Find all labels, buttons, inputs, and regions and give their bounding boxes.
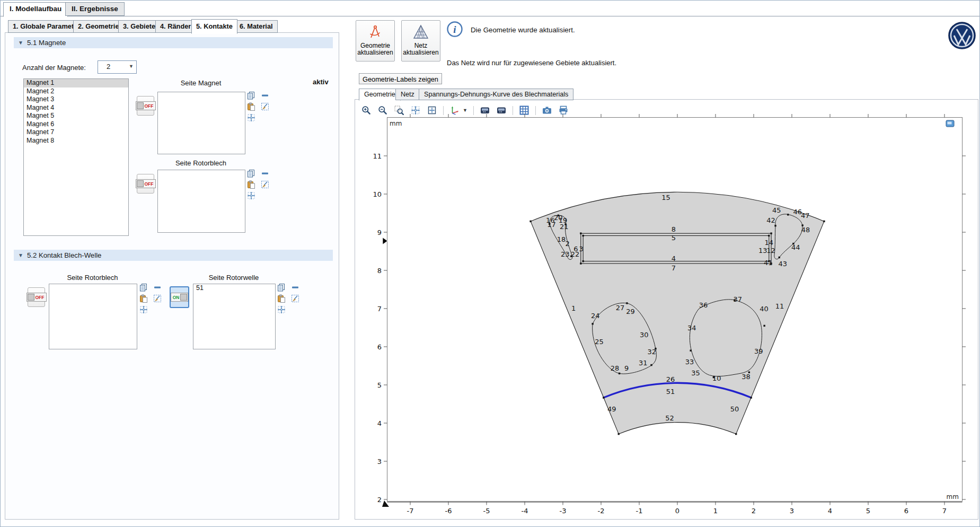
- kontakt-rotorblech-label: Seite Rotorblech: [49, 274, 136, 282]
- svg-text:35: 35: [691, 369, 700, 377]
- clear-selection-icon[interactable]: [261, 102, 269, 111]
- copy-icon[interactable]: [277, 283, 286, 292]
- svg-text:i: i: [453, 24, 456, 35]
- mesh-icon: [413, 24, 429, 40]
- svg-text:25: 25: [595, 338, 604, 346]
- remove-icon[interactable]: [261, 91, 269, 100]
- kontakt-rotorwelle-selection-box[interactable]: 51: [193, 284, 276, 349]
- show-geometry-labels-button[interactable]: Geometrie-Labels zeigen: [359, 73, 442, 84]
- tab-gebiete[interactable]: 3. Gebiete: [118, 20, 160, 33]
- seite-magnet-selection-box[interactable]: [157, 92, 245, 154]
- plot-view-icon[interactable]: [946, 120, 954, 127]
- svg-text:-1: -1: [636, 507, 643, 515]
- tab-plot-spannungs-dehnungs-kurve[interactable]: Spannungs-Dehnungs-Kurve des Blechmateri…: [419, 89, 573, 100]
- copy-icon[interactable]: [247, 91, 255, 100]
- svg-text:43: 43: [778, 260, 787, 268]
- magnet-list[interactable]: Magnet 1Magnet 2Magnet 3Magnet 4Magnet 5…: [23, 78, 129, 236]
- svg-text:1: 1: [713, 507, 718, 515]
- svg-text:42: 42: [766, 216, 775, 224]
- list-item[interactable]: Magnet 2: [24, 87, 128, 96]
- application-window: I. Modellaufbau II. Ergebnisse 1. Global…: [0, 0, 980, 527]
- toggle-knob: [137, 180, 144, 187]
- remove-icon[interactable]: [291, 283, 299, 292]
- svg-text:6: 6: [377, 343, 382, 351]
- svg-text:-5: -5: [483, 507, 490, 515]
- list-item[interactable]: Magnet 4: [24, 104, 128, 112]
- clear-selection-icon[interactable]: [261, 180, 269, 189]
- svg-text:-7: -7: [407, 507, 414, 515]
- tab-ergebnisse[interactable]: II. Ergebnisse: [65, 2, 125, 16]
- tab-modellaufbau[interactable]: I. Modellaufbau: [3, 2, 68, 17]
- paste-icon[interactable]: [139, 294, 148, 303]
- svg-text:9: 9: [624, 364, 629, 372]
- tab-kontakte[interactable]: 5. Kontakte: [191, 19, 237, 34]
- tab-geometrie[interactable]: 2. Geometrie: [73, 20, 124, 33]
- vw-logo: [948, 22, 976, 49]
- kontakt-rotorwelle-selection-tools: [277, 283, 301, 314]
- toggle-state-label: OFF: [34, 295, 46, 300]
- zoom-to-selection-icon[interactable]: [139, 305, 148, 314]
- tab-raender[interactable]: 4. Ränder: [155, 20, 196, 33]
- svg-text:15: 15: [661, 194, 670, 201]
- svg-text:26: 26: [666, 375, 675, 383]
- svg-text:5: 5: [377, 381, 382, 389]
- tab-plot-netz[interactable]: Netz: [395, 89, 420, 100]
- toggle-state-label: OFF: [144, 103, 155, 109]
- clear-selection-icon[interactable]: [291, 294, 299, 303]
- geometry-plot[interactable]: -7-6-5-4-3-2-101234567234567891011 15111…: [366, 111, 976, 522]
- list-item[interactable]: Magnet 7: [24, 128, 128, 137]
- paste-icon[interactable]: [247, 180, 255, 189]
- svg-text:33: 33: [685, 358, 694, 366]
- geometry-status-message: Die Geometrie wurde aktualisiert.: [471, 26, 575, 34]
- chevron-down-icon: ▼: [129, 61, 134, 72]
- svg-text:7: 7: [672, 264, 676, 272]
- kontakt-rotorwelle-toggle[interactable]: ON: [170, 286, 189, 308]
- tab-divider: [1, 16, 979, 16]
- tab-plot-geometrie[interactable]: Geometrie: [359, 89, 401, 101]
- svg-text:-3: -3: [560, 507, 567, 515]
- section-header-magnete[interactable]: ▼5.1 Magnete: [14, 37, 333, 48]
- kontakt-rotorblech-selection-box[interactable]: [49, 284, 137, 349]
- update-mesh-button[interactable]: Netz aktualisieren: [401, 20, 440, 62]
- collapse-triangle-icon: ▼: [18, 250, 23, 261]
- list-item[interactable]: 51: [193, 284, 275, 293]
- svg-text:-2: -2: [598, 507, 605, 515]
- toggle-knob: [180, 294, 187, 301]
- svg-text:50: 50: [730, 405, 739, 413]
- svg-text:7: 7: [942, 507, 947, 515]
- mouse-cursor: [383, 238, 387, 244]
- kontakt-rotorblech-toggle[interactable]: OFF: [28, 287, 45, 307]
- clear-selection-icon[interactable]: [153, 294, 162, 303]
- toggle-state-label: ON: [172, 295, 181, 300]
- zoom-to-selection-icon[interactable]: [247, 113, 255, 122]
- copy-icon[interactable]: [139, 283, 148, 292]
- list-item[interactable]: Magnet 6: [24, 120, 128, 129]
- list-item[interactable]: Magnet 3: [24, 95, 128, 104]
- button-label: Netz aktualisieren: [403, 42, 438, 56]
- svg-text:3: 3: [377, 458, 382, 465]
- update-geometry-button[interactable]: Geometrie aktualisieren: [356, 20, 395, 62]
- paste-icon[interactable]: [247, 102, 255, 111]
- list-item[interactable]: Magnet 5: [24, 112, 128, 120]
- paste-icon[interactable]: [277, 294, 286, 303]
- section-header-kontakt[interactable]: ▼5.2 Kontakt Blech-Welle: [14, 250, 333, 261]
- zoom-to-selection-icon[interactable]: [247, 191, 255, 200]
- svg-text:30: 30: [640, 331, 649, 339]
- toggle-knob: [28, 294, 34, 301]
- list-item[interactable]: Magnet 8: [24, 137, 128, 145]
- copy-icon[interactable]: [247, 169, 255, 178]
- svg-text:9: 9: [377, 229, 382, 236]
- svg-text:5: 5: [672, 234, 676, 242]
- kontakte-settings-panel: ▼5.1 Magnete Anzahl der Magnete: 2 ▼ Mag…: [5, 32, 339, 520]
- seite-rotorblech-selection-box[interactable]: [157, 170, 245, 233]
- seite-magnet-toggle[interactable]: OFF: [137, 96, 154, 116]
- seite-rotorblech-toggle[interactable]: OFF: [137, 174, 154, 194]
- svg-text:52: 52: [665, 414, 674, 422]
- anzahl-magnete-select[interactable]: 2 ▼: [98, 60, 137, 74]
- list-item[interactable]: Magnet 1: [24, 79, 128, 87]
- remove-icon[interactable]: [153, 283, 162, 292]
- zoom-to-selection-icon[interactable]: [277, 305, 286, 314]
- tab-material[interactable]: 6. Material: [235, 20, 278, 33]
- info-icon: i: [446, 21, 463, 38]
- remove-icon[interactable]: [261, 169, 269, 178]
